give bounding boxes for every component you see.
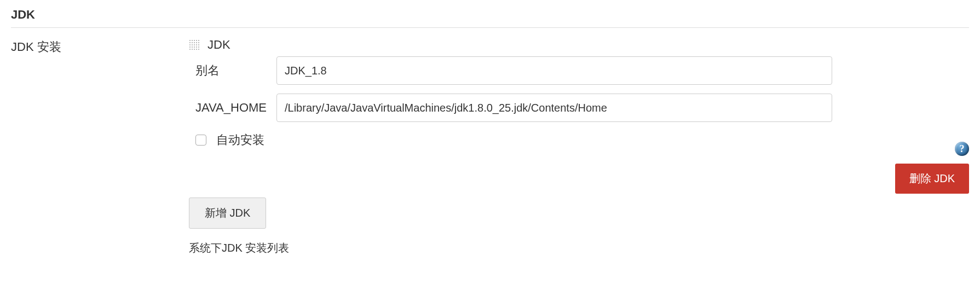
alias-input[interactable]	[276, 56, 832, 85]
java-home-label: JAVA_HOME	[189, 101, 276, 115]
install-list-caption: 系统下JDK 安装列表	[189, 241, 832, 255]
tool-name: JDK	[207, 38, 230, 52]
alias-row: 别名	[189, 56, 832, 85]
install-form: JDK 别名 JAVA_HOME 自动安装 ? 删除 JDK 新增 JDK 系统…	[189, 38, 969, 255]
add-jdk-button[interactable]: 新增 JDK	[189, 198, 266, 229]
auto-install-label: 自动安装	[216, 132, 264, 148]
auto-install-row: 自动安装	[189, 132, 832, 148]
alias-label: 别名	[189, 62, 276, 79]
help-icon[interactable]: ?	[955, 142, 969, 156]
java-home-input[interactable]	[276, 94, 832, 122]
auto-install-checkbox[interactable]	[195, 135, 206, 146]
delete-jdk-button[interactable]: 删除 JDK	[895, 164, 969, 194]
java-home-row: JAVA_HOME	[189, 94, 832, 122]
jdk-config-row: JDK 安装 JDK 别名 JAVA_HOME 自动安装 ? 删除 JDK 新增…	[11, 38, 969, 255]
drag-handle-icon[interactable]	[189, 39, 200, 50]
tool-header: JDK	[189, 38, 832, 52]
install-section-label: JDK 安装	[11, 38, 189, 55]
section-title: JDK	[11, 5, 969, 28]
